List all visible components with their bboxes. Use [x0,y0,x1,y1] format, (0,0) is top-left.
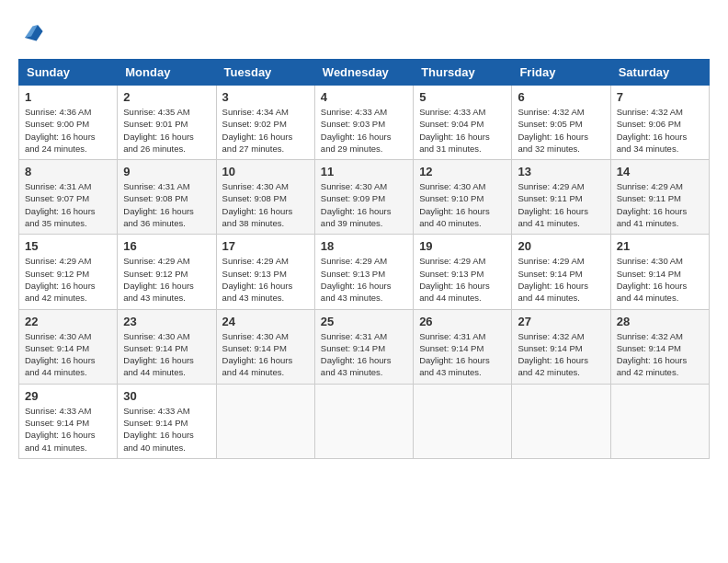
day-info: Sunrise: 4:30 AM Sunset: 9:14 PM Dayligh… [25,330,111,379]
calendar-day-cell: 29 Sunrise: 4:33 AM Sunset: 9:14 PM Dayl… [19,384,118,458]
day-info: Sunrise: 4:30 AM Sunset: 9:08 PM Dayligh… [222,180,309,229]
day-number: 15 [25,239,111,253]
day-number: 27 [518,315,604,328]
day-info: Sunrise: 4:29 AM Sunset: 9:14 PM Dayligh… [518,255,604,304]
day-info: Sunrise: 4:29 AM Sunset: 9:13 PM Dayligh… [321,255,407,304]
calendar-day-cell: 22 Sunrise: 4:30 AM Sunset: 9:14 PM Dayl… [19,309,118,384]
day-number: 6 [518,90,604,104]
day-number: 11 [321,165,407,178]
calendar-day-cell: 1 Sunrise: 4:36 AM Sunset: 9:00 PM Dayli… [19,86,118,160]
day-number: 29 [25,389,111,403]
calendar-day-cell [414,384,512,458]
day-info: Sunrise: 4:29 AM Sunset: 9:13 PM Dayligh… [419,255,506,304]
calendar-day-cell [216,384,314,458]
day-number: 8 [25,165,111,178]
day-number: 9 [123,165,210,178]
day-of-week-header: Monday [118,60,216,86]
calendar-day-cell: 15 Sunrise: 4:29 AM Sunset: 9:12 PM Dayl… [19,235,118,309]
calendar-day-cell: 10 Sunrise: 4:30 AM Sunset: 9:08 PM Dayl… [216,160,314,235]
day-number: 23 [123,315,210,328]
day-info: Sunrise: 4:30 AM Sunset: 9:09 PM Dayligh… [321,180,407,229]
calendar-day-cell: 16 Sunrise: 4:29 AM Sunset: 9:12 PM Dayl… [118,235,216,309]
calendar-day-cell [512,384,610,458]
calendar-day-cell: 26 Sunrise: 4:31 AM Sunset: 9:14 PM Dayl… [414,309,512,384]
calendar-week-row: 8 Sunrise: 4:31 AM Sunset: 9:07 PM Dayli… [19,160,710,235]
day-info: Sunrise: 4:29 AM Sunset: 9:11 PM Dayligh… [617,180,703,229]
day-number: 19 [419,239,506,253]
calendar-day-cell: 7 Sunrise: 4:32 AM Sunset: 9:06 PM Dayli… [610,86,709,160]
calendar-day-cell: 4 Sunrise: 4:33 AM Sunset: 9:03 PM Dayli… [314,86,413,160]
calendar-day-cell: 30 Sunrise: 4:33 AM Sunset: 9:14 PM Dayl… [118,384,216,458]
day-number: 24 [222,315,309,328]
day-number: 21 [617,239,703,253]
calendar-day-cell: 13 Sunrise: 4:29 AM Sunset: 9:11 PM Dayl… [512,160,610,235]
day-info: Sunrise: 4:31 AM Sunset: 9:08 PM Dayligh… [123,180,210,229]
logo-icon [18,18,44,44]
calendar-day-cell: 12 Sunrise: 4:30 AM Sunset: 9:10 PM Dayl… [414,160,512,235]
calendar-day-cell: 19 Sunrise: 4:29 AM Sunset: 9:13 PM Dayl… [414,235,512,309]
day-number: 25 [321,315,407,328]
calendar-day-cell: 5 Sunrise: 4:33 AM Sunset: 9:04 PM Dayli… [414,86,512,160]
day-info: Sunrise: 4:33 AM Sunset: 9:14 PM Dayligh… [25,405,111,454]
day-number: 20 [518,239,604,253]
calendar-day-cell: 2 Sunrise: 4:35 AM Sunset: 9:01 PM Dayli… [118,86,216,160]
day-of-week-header: Tuesday [216,60,314,86]
calendar-week-row: 29 Sunrise: 4:33 AM Sunset: 9:14 PM Dayl… [19,384,710,458]
day-info: Sunrise: 4:33 AM Sunset: 9:04 PM Dayligh… [419,106,506,155]
day-number: 2 [123,90,210,104]
calendar-day-cell: 24 Sunrise: 4:30 AM Sunset: 9:14 PM Dayl… [216,309,314,384]
calendar-table: SundayMondayTuesdayWednesdayThursdayFrid… [18,59,710,459]
calendar-day-cell: 3 Sunrise: 4:34 AM Sunset: 9:02 PM Dayli… [216,86,314,160]
day-number: 30 [123,389,210,403]
day-info: Sunrise: 4:31 AM Sunset: 9:14 PM Dayligh… [321,330,407,379]
day-info: Sunrise: 4:29 AM Sunset: 9:13 PM Dayligh… [222,255,309,304]
day-info: Sunrise: 4:29 AM Sunset: 9:12 PM Dayligh… [123,255,210,304]
day-number: 3 [222,90,309,104]
day-info: Sunrise: 4:29 AM Sunset: 9:12 PM Dayligh… [25,255,111,304]
day-of-week-header: Wednesday [314,60,413,86]
day-number: 26 [419,315,506,328]
day-number: 4 [321,90,407,104]
day-info: Sunrise: 4:33 AM Sunset: 9:03 PM Dayligh… [321,106,407,155]
logo [18,18,46,44]
day-number: 17 [222,239,309,253]
calendar-day-cell: 8 Sunrise: 4:31 AM Sunset: 9:07 PM Dayli… [19,160,118,235]
calendar-week-row: 15 Sunrise: 4:29 AM Sunset: 9:12 PM Dayl… [19,235,710,309]
day-info: Sunrise: 4:30 AM Sunset: 9:14 PM Dayligh… [222,330,309,379]
day-info: Sunrise: 4:30 AM Sunset: 9:14 PM Dayligh… [617,255,703,304]
day-info: Sunrise: 4:32 AM Sunset: 9:14 PM Dayligh… [518,330,604,379]
day-number: 16 [123,239,210,253]
day-info: Sunrise: 4:31 AM Sunset: 9:14 PM Dayligh… [419,330,506,379]
day-number: 14 [617,165,703,178]
day-number: 10 [222,165,309,178]
day-info: Sunrise: 4:35 AM Sunset: 9:01 PM Dayligh… [123,106,210,155]
day-number: 12 [419,165,506,178]
calendar-day-cell: 17 Sunrise: 4:29 AM Sunset: 9:13 PM Dayl… [216,235,314,309]
calendar-header-row: SundayMondayTuesdayWednesdayThursdayFrid… [19,60,710,86]
day-info: Sunrise: 4:31 AM Sunset: 9:07 PM Dayligh… [25,180,111,229]
day-number: 13 [518,165,604,178]
day-of-week-header: Saturday [610,60,709,86]
day-info: Sunrise: 4:36 AM Sunset: 9:00 PM Dayligh… [25,106,111,155]
day-number: 1 [25,90,111,104]
calendar-day-cell: 21 Sunrise: 4:30 AM Sunset: 9:14 PM Dayl… [610,235,709,309]
calendar-day-cell: 9 Sunrise: 4:31 AM Sunset: 9:08 PM Dayli… [118,160,216,235]
calendar-day-cell: 25 Sunrise: 4:31 AM Sunset: 9:14 PM Dayl… [314,309,413,384]
day-info: Sunrise: 4:34 AM Sunset: 9:02 PM Dayligh… [222,106,309,155]
calendar-day-cell [610,384,709,458]
calendar-week-row: 1 Sunrise: 4:36 AM Sunset: 9:00 PM Dayli… [19,86,710,160]
day-number: 28 [617,315,703,328]
day-info: Sunrise: 4:29 AM Sunset: 9:11 PM Dayligh… [518,180,604,229]
calendar-day-cell: 6 Sunrise: 4:32 AM Sunset: 9:05 PM Dayli… [512,86,610,160]
day-of-week-header: Thursday [414,60,512,86]
day-info: Sunrise: 4:33 AM Sunset: 9:14 PM Dayligh… [123,405,210,454]
day-info: Sunrise: 4:32 AM Sunset: 9:14 PM Dayligh… [617,330,703,379]
calendar-day-cell: 23 Sunrise: 4:30 AM Sunset: 9:14 PM Dayl… [118,309,216,384]
calendar-day-cell: 11 Sunrise: 4:30 AM Sunset: 9:09 PM Dayl… [314,160,413,235]
calendar-day-cell: 18 Sunrise: 4:29 AM Sunset: 9:13 PM Dayl… [314,235,413,309]
calendar-day-cell: 28 Sunrise: 4:32 AM Sunset: 9:14 PM Dayl… [610,309,709,384]
day-of-week-header: Sunday [19,60,118,86]
calendar-day-cell: 14 Sunrise: 4:29 AM Sunset: 9:11 PM Dayl… [610,160,709,235]
calendar-day-cell: 20 Sunrise: 4:29 AM Sunset: 9:14 PM Dayl… [512,235,610,309]
day-of-week-header: Friday [512,60,610,86]
